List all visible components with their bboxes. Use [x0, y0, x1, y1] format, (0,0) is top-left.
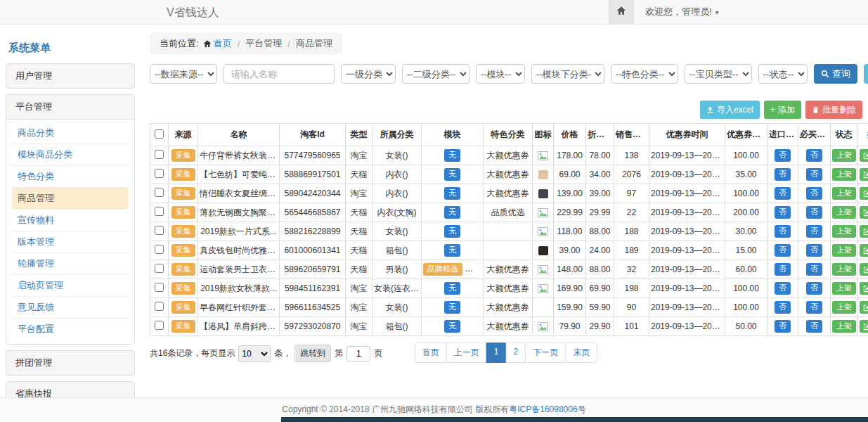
type-cell: 淘宝	[346, 279, 373, 298]
edit-button[interactable]	[860, 149, 868, 162]
column-header: 类型	[346, 124, 373, 146]
row-checkbox[interactable]	[155, 169, 164, 178]
filter-select[interactable]: --特色分类--	[611, 64, 678, 84]
add-button[interactable]: + 添加	[764, 101, 801, 119]
page-button[interactable]: 1	[486, 343, 507, 363]
no-badge[interactable]: 否	[806, 206, 822, 219]
sidebar-item[interactable]: 宣传物料	[12, 210, 129, 231]
page-button[interactable]: 末页	[565, 343, 597, 363]
row-select-cell	[150, 184, 169, 203]
edit-icon	[863, 171, 868, 179]
no-badge[interactable]: 否	[806, 187, 822, 200]
edit-button[interactable]	[860, 244, 868, 257]
batch-delete-button[interactable]: 批量删除	[805, 101, 862, 119]
no-badge[interactable]: 否	[806, 301, 822, 314]
search-icon	[821, 70, 829, 78]
no-badge[interactable]: 否	[806, 244, 822, 257]
no-badge[interactable]: 否	[806, 282, 822, 295]
must-buy-cell: 否	[798, 203, 831, 222]
edit-button[interactable]	[860, 206, 868, 219]
breadcrumb-item[interactable]: 平台管理	[245, 37, 282, 50]
page-button[interactable]: 2	[506, 343, 526, 363]
sidebar-item[interactable]: 商品管理	[12, 188, 129, 210]
breadcrumb-item[interactable]: 商品管理	[296, 37, 332, 50]
name-search-input[interactable]	[224, 64, 335, 84]
row-checkbox[interactable]	[155, 264, 164, 273]
no-badge[interactable]: 否	[775, 244, 791, 257]
jump-button[interactable]: 跳转到	[294, 345, 331, 362]
broken-image-icon	[538, 322, 548, 331]
sidebar-item[interactable]: 版本管理	[12, 231, 129, 253]
edit-icon	[863, 304, 868, 312]
no-badge[interactable]: 否	[806, 168, 822, 181]
no-badge[interactable]: 否	[775, 301, 791, 314]
sidebar-item[interactable]: 启动页管理	[12, 275, 129, 297]
edit-button[interactable]	[860, 225, 868, 238]
row-select-cell	[150, 165, 169, 184]
filter-select[interactable]: --模块--	[476, 64, 525, 84]
no-badge[interactable]: 否	[806, 149, 822, 162]
source-badge: 采集	[171, 206, 195, 219]
icp-link[interactable]: 粤ICP备16098006号	[509, 404, 585, 414]
sidebar-item[interactable]: 商品分类	[12, 122, 129, 144]
row-select-cell	[150, 203, 169, 222]
no-badge[interactable]: 否	[806, 263, 822, 276]
ops-cell	[857, 279, 868, 298]
breadcrumb-home-link[interactable]: 首页	[199, 37, 232, 50]
no-badge[interactable]: 否	[775, 149, 791, 162]
no-badge[interactable]: 否	[775, 187, 791, 200]
row-checkbox[interactable]	[155, 245, 164, 254]
sidebar-group-header[interactable]: 拼团管理	[6, 350, 135, 376]
sidebar-item[interactable]: 轮播管理	[12, 253, 129, 275]
row-checkbox[interactable]	[155, 150, 164, 159]
filter-select[interactable]: --二级分类--	[402, 64, 469, 84]
row-checkbox[interactable]	[155, 302, 164, 311]
query-button[interactable]: 查询	[814, 64, 857, 84]
filter-select[interactable]: --模块下分类--	[531, 64, 604, 84]
edit-button[interactable]	[860, 168, 868, 181]
data-source-select[interactable]: --数据来源--	[150, 64, 217, 84]
home-button[interactable]	[609, 0, 634, 24]
per-page-select[interactable]: 10	[238, 345, 271, 362]
no-badge[interactable]: 否	[806, 320, 822, 333]
no-badge[interactable]: 否	[775, 225, 791, 238]
sidebar-group-header[interactable]: 用户管理	[6, 63, 135, 89]
no-badge[interactable]: 否	[775, 282, 791, 295]
edit-button[interactable]	[860, 263, 868, 276]
edit-button[interactable]	[860, 320, 868, 333]
filter-select[interactable]: --宝贝类型--	[685, 64, 752, 84]
edit-button[interactable]	[860, 187, 868, 200]
row-checkbox[interactable]	[155, 321, 164, 330]
sidebar-item[interactable]: 平台配置	[12, 319, 129, 340]
no-badge[interactable]: 否	[775, 168, 791, 181]
import-excel-button[interactable]: 导入excel	[700, 101, 760, 119]
reset-button[interactable]: 重置	[864, 64, 868, 84]
sidebar-item[interactable]: 模块商品分类	[12, 144, 129, 166]
no-badge[interactable]: 否	[775, 206, 791, 219]
row-checkbox[interactable]	[155, 207, 164, 216]
jump-page-input[interactable]	[346, 346, 370, 362]
page-button[interactable]: 首页	[415, 343, 447, 363]
row-checkbox[interactable]	[155, 226, 164, 235]
sidebar-group-header[interactable]: 平台管理	[6, 95, 134, 120]
type-cell: 天猫	[346, 165, 373, 184]
sidebar-item[interactable]: 特色分类	[12, 166, 129, 188]
no-badge[interactable]: 否	[775, 263, 791, 276]
filter-select[interactable]: --状态--	[758, 64, 808, 84]
type-cell: 天猫	[346, 222, 373, 241]
page-button[interactable]: 下一页	[525, 343, 566, 363]
source-badge: 采集	[171, 168, 195, 181]
row-checkbox[interactable]	[155, 188, 164, 197]
filter-select[interactable]: 一级分类	[341, 64, 396, 84]
column-header: 模块	[422, 124, 484, 146]
no-badge[interactable]: 否	[806, 225, 822, 238]
sidebar-item[interactable]: 意见反馈	[12, 297, 129, 319]
user-menu[interactable]: 欢迎您，管理员! ▾	[645, 0, 719, 24]
row-checkbox[interactable]	[155, 283, 164, 292]
status-cell: 上架	[831, 203, 857, 222]
edit-button[interactable]	[860, 301, 868, 314]
edit-button[interactable]	[860, 282, 868, 295]
select-all-checkbox[interactable]	[155, 129, 164, 139]
no-badge[interactable]: 否	[775, 320, 791, 333]
page-button[interactable]: 上一页	[446, 343, 487, 363]
